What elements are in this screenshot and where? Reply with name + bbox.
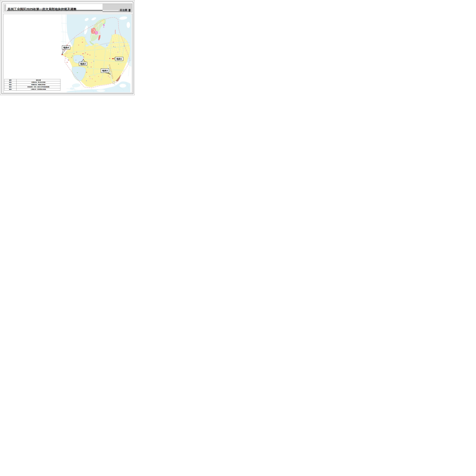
corner-label: 区位图 — [120, 8, 127, 12]
title-underline-bar — [7, 10, 102, 11]
callout-label-plot-3: 地块3 — [102, 69, 108, 72]
table-cell-id: 地块2 — [4, 84, 17, 86]
plot-table: 编号 项目位置 地块1 方洲巷以南、青丘街以东地块 地块2 旺墩路以南、钟园路以… — [4, 79, 60, 90]
table-cell-id: 地块1 — [4, 81, 17, 84]
title-dot-mark — [59, 10, 59, 10]
table-row: 地块3 科教创新区（东区）吴淞江沿岸绿地控规调整 — [4, 86, 60, 88]
title-underline-thin — [6, 11, 131, 11]
table-row: 地块1 方洲巷以南、青丘街以东地块 — [4, 81, 60, 84]
callout-label-plot-1: 地块1 — [116, 58, 122, 60]
table-header-location: 项目位置 — [17, 79, 60, 81]
plot-1-marker — [112, 58, 114, 59]
table-cell-id: 地块4 — [4, 88, 17, 90]
table-row: 地块4 上高路以东、至和西路以南地块 — [4, 88, 60, 90]
table-cell-id: 地块3 — [4, 86, 17, 88]
table-row: 地块2 旺墩路以南、钟园路以西地块 — [4, 84, 60, 86]
callout-label-plot-2: 地块2 — [80, 63, 86, 65]
table-cell-location: 方洲巷以南、青丘街以东地块 — [17, 81, 60, 84]
table-cell-location: 科教创新区（东区）吴淞江沿岸绿地控规调整 — [17, 86, 60, 88]
table-cell-location: 旺墩路以南、钟园路以西地块 — [17, 84, 60, 86]
callout-label-plot-4: 地块4 — [63, 46, 69, 49]
table-header-row: 编号 项目位置 — [4, 79, 60, 81]
title-accent-bar — [4, 4, 6, 12]
table-cell-location: 上高路以东、至和西路以南地块 — [17, 88, 60, 90]
plan-sheet: 苏州工业园区2025年第一批次局部地块控规及调整 区位图 — [0, 0, 135, 96]
plot-2-marker — [83, 59, 84, 60]
corner-square — [129, 9, 130, 12]
gray-panel-stripe — [102, 10, 119, 11]
table-header-id: 编号 — [4, 79, 17, 81]
